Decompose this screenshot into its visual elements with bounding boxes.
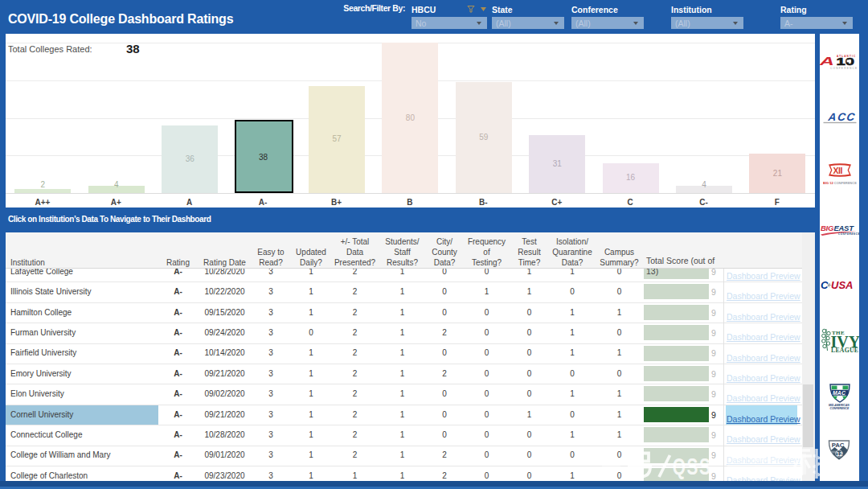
svg-text:BIG 12 CONFERENCE: BIG 12 CONFERENCE — [823, 181, 857, 185]
svg-text:USA: USA — [831, 279, 853, 290]
svg-text:CONFERENCE: CONFERENCE — [838, 232, 859, 236]
svg-text:ATLANTIC: ATLANTIC — [837, 55, 856, 58]
svg-text:EAST: EAST — [834, 224, 855, 232]
svg-text:ACC: ACC — [826, 111, 858, 123]
svg-text:BIG: BIG — [821, 224, 834, 232]
svg-text:CONFERENCE: CONFERENCE — [829, 407, 849, 410]
svg-text:XII: XII — [833, 166, 842, 175]
svg-text:QSS: QSS — [673, 454, 711, 479]
svg-text:MAC: MAC — [833, 390, 845, 396]
svg-text:CONFERENCE: CONFERENCE — [830, 67, 858, 70]
svg-text:LEAGUE: LEAGUE — [831, 347, 858, 352]
